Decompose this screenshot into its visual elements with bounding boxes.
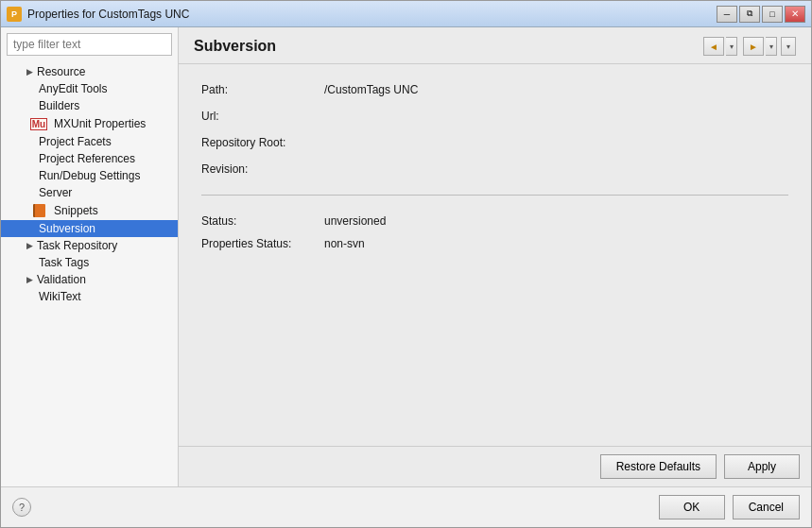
status-value-status: unversioned bbox=[324, 214, 386, 228]
filter-input[interactable] bbox=[7, 33, 172, 56]
sidebar-item-label-wikitext: WikiText bbox=[39, 290, 81, 303]
form-row-revision: Revision: bbox=[201, 162, 788, 176]
panel-header: Subversion ◄ ▾ ► ▾ ▾ bbox=[179, 27, 811, 64]
sidebar-item-task-repository[interactable]: ▶ Task Repository bbox=[1, 237, 178, 254]
sidebar-item-validation[interactable]: ▶ Validation bbox=[1, 271, 178, 288]
window-icon: P bbox=[7, 7, 22, 22]
mxunit-icon: Mu bbox=[31, 116, 46, 131]
restore-defaults-button[interactable]: Restore Defaults bbox=[600, 454, 717, 479]
form-label-repo-root: Repository Root: bbox=[201, 136, 324, 149]
main-window: P Properties for CustomTags UNC ─ ⧉ □ ✕ … bbox=[0, 0, 812, 528]
footer-bar: ? OK Cancel bbox=[1, 486, 811, 527]
sidebar-item-project-references[interactable]: ▶ Project References bbox=[1, 150, 178, 167]
sidebar-item-label-mxunit: MXUnit Properties bbox=[54, 117, 146, 130]
main-panel: Subversion ◄ ▾ ► ▾ ▾ Path: /CustomTags U… bbox=[179, 27, 811, 486]
sidebar-item-run-debug[interactable]: ▶ Run/Debug Settings bbox=[1, 167, 178, 184]
sidebar-item-label-run-debug: Run/Debug Settings bbox=[39, 169, 140, 182]
sidebar-item-mxunit[interactable]: ▶ Mu MXUnit Properties bbox=[1, 114, 178, 133]
bottom-action-bar: Restore Defaults Apply bbox=[179, 446, 811, 486]
sidebar-item-wikitext[interactable]: ▶ WikiText bbox=[1, 288, 178, 305]
expand-arrow-resource: ▶ bbox=[24, 66, 35, 77]
nav-back-dropdown-button[interactable]: ▾ bbox=[726, 37, 737, 56]
sidebar-item-label-snippets: Snippets bbox=[54, 204, 98, 217]
cancel-button[interactable]: Cancel bbox=[733, 495, 800, 519]
sidebar-item-label-anyedit-tools: AnyEdit Tools bbox=[39, 82, 108, 95]
window-maximize-button[interactable]: □ bbox=[762, 6, 783, 23]
status-row-status: Status: unversioned bbox=[201, 214, 788, 228]
nav-forward-dropdown-button[interactable]: ▾ bbox=[766, 37, 777, 56]
sidebar-item-label-validation: Validation bbox=[37, 273, 86, 286]
sidebar-item-anyedit-tools[interactable]: ▶ AnyEdit Tools bbox=[1, 80, 178, 97]
sidebar-item-builders[interactable]: ▶ Builders bbox=[1, 97, 178, 114]
sidebar-item-label-task-repository: Task Repository bbox=[37, 239, 117, 252]
sidebar-item-subversion[interactable]: ▶ Subversion bbox=[1, 220, 178, 237]
status-value-props: non-svn bbox=[324, 237, 365, 250]
sidebar-item-label-subversion: Subversion bbox=[39, 222, 95, 235]
expand-arrow-task-repo: ▶ bbox=[24, 240, 35, 251]
nav-forward-button[interactable]: ► bbox=[743, 37, 764, 56]
panel-title: Subversion bbox=[194, 38, 703, 55]
sidebar: ▶ Resource ▶ AnyEdit Tools ▶ Builders ▶ … bbox=[1, 27, 179, 486]
form-row-path: Path: /CustomTags UNC bbox=[201, 83, 788, 96]
footer-buttons: OK Cancel bbox=[659, 495, 800, 519]
apply-button[interactable]: Apply bbox=[724, 454, 800, 479]
sidebar-item-label-resource: Resource bbox=[37, 65, 85, 78]
panel-content: Path: /CustomTags UNC Url: Repository Ro… bbox=[179, 64, 811, 446]
form-row-repo-root: Repository Root: bbox=[201, 136, 788, 149]
nav-buttons: ◄ ▾ ► ▾ ▾ bbox=[703, 37, 796, 56]
form-label-url: Url: bbox=[201, 110, 324, 123]
form-value-path: /CustomTags UNC bbox=[324, 83, 418, 96]
form-label-path: Path: bbox=[201, 83, 324, 96]
nav-menu-button[interactable]: ▾ bbox=[781, 37, 796, 56]
window-controls: ─ ⧉ □ ✕ bbox=[717, 6, 805, 23]
sidebar-item-snippets[interactable]: ▶ Snippets bbox=[1, 201, 178, 220]
sidebar-item-server[interactable]: ▶ Server bbox=[1, 184, 178, 201]
sidebar-item-label-project-references: Project References bbox=[39, 152, 135, 165]
status-label-props: Properties Status: bbox=[201, 237, 324, 250]
tree-area: ▶ Resource ▶ AnyEdit Tools ▶ Builders ▶ … bbox=[1, 61, 178, 486]
sidebar-item-label-task-tags: Task Tags bbox=[39, 256, 89, 269]
section-divider bbox=[201, 195, 788, 196]
sidebar-item-task-tags[interactable]: ▶ Task Tags bbox=[1, 254, 178, 271]
form-row-url: Url: bbox=[201, 110, 788, 123]
window-restore-button[interactable]: ⧉ bbox=[739, 6, 760, 23]
status-label-status: Status: bbox=[201, 214, 324, 228]
form-label-revision: Revision: bbox=[201, 162, 324, 176]
window-title: Properties for CustomTags UNC bbox=[27, 8, 717, 21]
snippets-icon bbox=[31, 203, 46, 218]
window-close-button[interactable]: ✕ bbox=[785, 6, 805, 23]
title-bar: P Properties for CustomTags UNC ─ ⧉ □ ✕ bbox=[1, 1, 811, 27]
sidebar-item-resource[interactable]: ▶ Resource bbox=[1, 63, 178, 80]
ok-button[interactable]: OK bbox=[659, 495, 725, 519]
sidebar-item-label-builders: Builders bbox=[39, 99, 79, 112]
sidebar-item-label-project-facets: Project Facets bbox=[39, 135, 112, 148]
content-area: ▶ Resource ▶ AnyEdit Tools ▶ Builders ▶ … bbox=[1, 27, 811, 486]
help-button[interactable]: ? bbox=[12, 498, 31, 517]
status-row-props: Properties Status: non-svn bbox=[201, 237, 788, 250]
expand-arrow-validation: ▶ bbox=[24, 274, 35, 285]
sidebar-item-label-server: Server bbox=[39, 186, 72, 199]
nav-back-button[interactable]: ◄ bbox=[703, 37, 724, 56]
window-minimize-button[interactable]: ─ bbox=[717, 6, 737, 23]
sidebar-item-project-facets[interactable]: ▶ Project Facets bbox=[1, 133, 178, 150]
